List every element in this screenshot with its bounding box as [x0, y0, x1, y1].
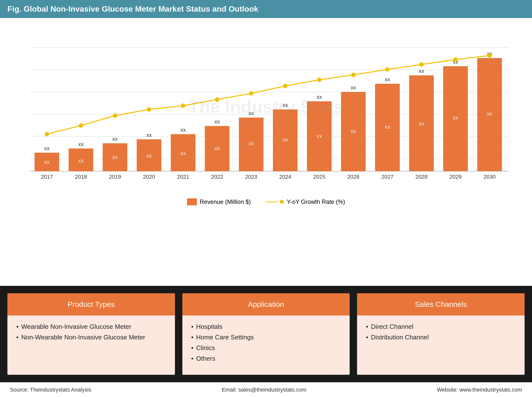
line-dot-2027 — [385, 67, 389, 71]
list-item: Others — [191, 355, 341, 362]
legend-line-dot — [280, 200, 284, 204]
svg-text:xx: xx — [487, 111, 492, 117]
svg-text:2018: 2018 — [75, 174, 87, 180]
legend-bar-label: Revenue (Million $) — [200, 198, 251, 205]
legend-line: Y-oY Growth Rate (%) — [266, 198, 345, 205]
svg-text:xx: xx — [112, 154, 118, 160]
panel-application: Application Hospitals Home Care Settings… — [182, 293, 350, 375]
line-dot-2030 — [488, 54, 492, 58]
list-item: Wearable Non-Invasive Glucose Meter — [16, 323, 166, 331]
svg-text:xx: xx — [419, 68, 424, 74]
svg-text:2028: 2028 — [416, 174, 428, 180]
svg-text:2019: 2019 — [109, 174, 121, 180]
bottom-section: Product Types Wearable Non-Invasive Gluc… — [0, 286, 532, 382]
legend-area: Revenue (Million $) Y-oY Growth Rate (%) — [15, 196, 517, 210]
list-item: Distribution Channel — [366, 334, 516, 341]
svg-text:xx: xx — [385, 76, 390, 83]
list-item: Hospitals — [191, 323, 341, 331]
panel-sales-channels: Sales Channels Direct Channel Distributi… — [357, 293, 525, 375]
footer: Source: Theindustrystats Analysis Email:… — [0, 382, 532, 397]
svg-text:2017: 2017 — [41, 174, 53, 180]
line-dot-2017 — [45, 132, 49, 136]
svg-text:2030: 2030 — [484, 174, 496, 180]
panel-application-body: Hospitals Home Care Settings Clinics Oth… — [182, 315, 350, 375]
application-list: Hospitals Home Care Settings Clinics Oth… — [191, 323, 341, 362]
line-dot-2018 — [79, 124, 83, 127]
panel-sales-channels-body: Direct Channel Distribution Channel — [357, 315, 525, 375]
product-types-list: Wearable Non-Invasive Glucose Meter Non-… — [16, 323, 166, 341]
legend-bar-rect — [187, 198, 197, 205]
svg-text:xx: xx — [351, 128, 356, 134]
legend-line-label: Y-oY Growth Rate (%) — [287, 198, 345, 205]
line-dot-2025 — [317, 78, 321, 82]
panel-sales-channels-header: Sales Channels — [357, 293, 525, 315]
svg-text:xx: xx — [317, 94, 322, 100]
line-dot-2029 — [454, 58, 457, 62]
svg-text:xx: xx — [419, 121, 424, 127]
line-dot-2019 — [113, 114, 117, 118]
line-dot-2023 — [249, 91, 253, 95]
line-dot-2022 — [215, 98, 219, 102]
chart-header: Fig. Global Non-Invasive Glucose Meter M… — [0, 0, 532, 18]
svg-text:2026: 2026 — [347, 174, 360, 180]
chart-svg: xx xx 2017 xx xx 2018 xx xx 2019 xx xx 2… — [15, 28, 517, 196]
sales-channels-list: Direct Channel Distribution Channel — [366, 323, 516, 341]
svg-text:2027: 2027 — [381, 174, 394, 180]
footer-source: Source: Theindustrystats Analysis — [10, 387, 91, 393]
svg-text:xx: xx — [112, 136, 118, 142]
svg-text:2024: 2024 — [279, 174, 291, 180]
svg-text:xx: xx — [351, 84, 356, 91]
list-item: Direct Channel — [366, 323, 516, 331]
line-dot-2028 — [419, 63, 423, 66]
svg-text:2025: 2025 — [313, 174, 325, 180]
line-dot-2026 — [351, 73, 355, 77]
svg-text:xx: xx — [44, 159, 50, 165]
svg-text:2023: 2023 — [245, 174, 257, 180]
line-dot-2020 — [147, 107, 151, 111]
legend-bar: Revenue (Million $) — [187, 198, 251, 205]
svg-text:2029: 2029 — [450, 174, 462, 180]
svg-text:xx: xx — [248, 140, 254, 146]
panel-product-types-body: Wearable Non-Invasive Glucose Meter Non-… — [7, 315, 175, 375]
panel-application-header: Application — [182, 293, 350, 315]
footer-website: Website: www.theindustrystats.com — [437, 387, 522, 393]
footer-email: Email: sales@theindustrystats.com — [222, 387, 306, 393]
svg-text:xx: xx — [248, 110, 254, 116]
svg-text:xx: xx — [146, 132, 152, 138]
svg-text:xx: xx — [78, 158, 84, 164]
svg-text:2021: 2021 — [177, 174, 189, 180]
svg-text:xx: xx — [453, 114, 458, 121]
svg-text:xx: xx — [180, 150, 186, 156]
svg-text:xx: xx — [214, 119, 220, 125]
svg-text:xx: xx — [283, 102, 288, 108]
line-dot-2021 — [181, 104, 185, 108]
list-item: Clinics — [191, 344, 341, 352]
main-container: Fig. Global Non-Invasive Glucose Meter M… — [0, 0, 532, 397]
list-item: Home Care Settings — [191, 334, 341, 341]
chart-area: The Industry Stats market research — [0, 18, 532, 286]
svg-text:xx: xx — [385, 124, 390, 130]
svg-text:xx: xx — [78, 141, 84, 147]
svg-text:xx: xx — [214, 145, 220, 151]
panel-product-types: Product Types Wearable Non-Invasive Gluc… — [7, 293, 175, 375]
svg-text:2020: 2020 — [143, 174, 155, 180]
chart-wrapper: The Industry Stats market research — [15, 28, 517, 196]
chart-title: Fig. Global Non-Invasive Glucose Meter M… — [7, 4, 258, 13]
svg-text:xx: xx — [44, 145, 50, 151]
panel-product-types-header: Product Types — [7, 293, 175, 315]
svg-text:2022: 2022 — [211, 174, 223, 180]
legend-line-container — [266, 200, 284, 204]
svg-text:xx: xx — [146, 153, 152, 159]
list-item: Non-Wearable Non-Invasive Glucose Meter — [16, 334, 166, 341]
svg-text:xx: xx — [317, 133, 322, 139]
line-dot-2024 — [283, 84, 287, 88]
legend-line-bar — [266, 202, 278, 202]
svg-text:xx: xx — [180, 127, 186, 133]
svg-text:xx: xx — [283, 137, 288, 143]
